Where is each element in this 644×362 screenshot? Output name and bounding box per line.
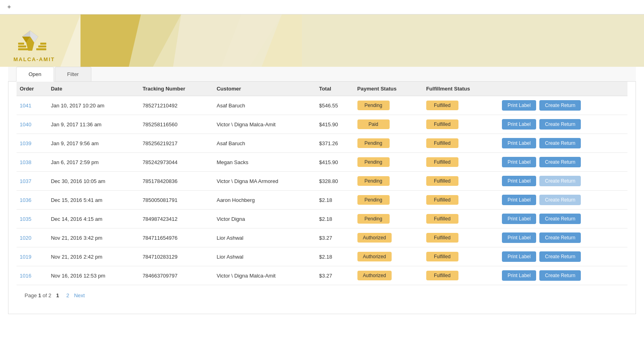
logo-svg — [18, 31, 50, 55]
svg-rect-8 — [18, 48, 28, 50]
cell-payment-status: Pending — [354, 191, 423, 210]
cell-payment-status: Pending — [354, 153, 423, 172]
table-row: 1040 Jan 9, 2017 11:36 am 785258116560 V… — [17, 115, 627, 134]
tab-open[interactable]: Open — [16, 67, 54, 82]
next-page-link[interactable]: Next — [74, 292, 85, 298]
cell-tracking: 784710283129 — [139, 247, 213, 266]
cell-tracking: 785258116560 — [139, 115, 213, 134]
cell-tracking: 785256219217 — [139, 134, 213, 153]
print-label-button[interactable]: Print Label — [502, 119, 536, 130]
svg-rect-9 — [40, 43, 46, 45]
cell-order-id: 1016 — [17, 266, 47, 285]
order-link[interactable]: 1035 — [20, 216, 31, 222]
cell-date: Jan 6, 2017 2:59 pm — [47, 153, 139, 172]
cell-date: Jan 9, 2017 9:56 am — [47, 134, 139, 153]
page-2-link[interactable]: 2 — [64, 292, 72, 299]
table-container: Order Date Tracking Number Customer Tota… — [8, 82, 636, 314]
cell-fulfillment-status: Fulfilled — [423, 228, 499, 247]
fulfillment-status-badge: Fulfilled — [426, 252, 458, 261]
fulfillment-status-badge: Fulfilled — [426, 176, 458, 186]
order-link[interactable]: 1039 — [20, 140, 31, 146]
cell-total: $2.18 — [316, 210, 354, 228]
cell-order-id: 1039 — [17, 134, 47, 153]
svg-rect-7 — [18, 45, 26, 47]
cell-actions: Print Label Create Return — [499, 153, 627, 172]
print-label-button[interactable]: Print Label — [502, 157, 536, 167]
app-title-bar: ✦ — [0, 0, 644, 14]
cell-total: $2.18 — [316, 191, 354, 210]
cell-customer: Victor \ Digna MA Armored — [213, 172, 316, 191]
order-link[interactable]: 1019 — [20, 254, 31, 260]
cell-payment-status: Authorized — [354, 247, 423, 266]
table-row: 1039 Jan 9, 2017 9:56 am 785256219217 As… — [17, 134, 627, 153]
cell-fulfillment-status: Fulfilled — [423, 247, 499, 266]
col-actions — [499, 82, 627, 96]
order-link[interactable]: 1037 — [20, 178, 31, 184]
puzzle-icon: ✦ — [6, 3, 12, 11]
content-area: Open Filter Order Date Tracking Number C… — [8, 67, 636, 314]
cell-order-id: 1020 — [17, 228, 47, 247]
order-link[interactable]: 1041 — [20, 103, 31, 109]
create-return-button[interactable]: Create Return — [539, 176, 581, 186]
col-tracking: Tracking Number — [139, 82, 213, 96]
cell-fulfillment-status: Fulfilled — [423, 210, 499, 228]
orders-tbody: 1041 Jan 10, 2017 10:20 am 785271210492 … — [17, 96, 627, 285]
table-header: Order Date Tracking Number Customer Tota… — [17, 82, 627, 96]
print-label-button[interactable]: Print Label — [502, 232, 536, 243]
pagination: Page 1 of 2 1 2 Next — [17, 285, 627, 306]
create-return-button[interactable]: Create Return — [539, 214, 581, 224]
create-return-button[interactable]: Create Return — [539, 195, 581, 205]
print-label-button[interactable]: Print Label — [502, 176, 536, 186]
order-link[interactable]: 1038 — [20, 159, 31, 165]
print-label-button[interactable]: Print Label — [502, 251, 536, 262]
create-return-button[interactable]: Create Return — [539, 232, 581, 243]
print-label-button[interactable]: Print Label — [502, 195, 536, 205]
cell-customer: Megan Sacks — [213, 153, 316, 172]
order-link[interactable]: 1040 — [20, 121, 31, 128]
page-label: Page 1 of 2 — [25, 292, 52, 298]
cell-actions: Print Label Create Return — [499, 191, 627, 210]
table-row: 1016 Nov 16, 2016 12:53 pm 784663709797 … — [17, 266, 627, 285]
payment-status-badge: Authorized — [357, 233, 392, 243]
order-link[interactable]: 1016 — [20, 273, 31, 279]
payment-status-badge: Paid — [357, 119, 390, 129]
fulfillment-status-badge: Fulfilled — [426, 271, 458, 280]
cell-tracking: 785178420836 — [139, 172, 213, 191]
fulfillment-status-badge: Fulfilled — [426, 233, 458, 243]
print-label-button[interactable]: Print Label — [502, 214, 536, 224]
fulfillment-status-badge: Fulfilled — [426, 101, 458, 110]
cell-customer: Aaron Hochberg — [213, 191, 316, 210]
cell-actions: Print Label Create Return — [499, 247, 627, 266]
hero-banner: MALCA-AMIT — [0, 14, 644, 67]
orders-table: Order Date Tracking Number Customer Tota… — [17, 82, 627, 285]
cell-total: $415.90 — [316, 115, 354, 134]
table-row: 1019 Nov 21, 2016 2:42 pm 784710283129 L… — [17, 247, 627, 266]
create-return-button[interactable]: Create Return — [539, 138, 581, 148]
create-return-button[interactable]: Create Return — [539, 270, 581, 281]
table-row: 1035 Dec 14, 2016 4:15 am 784987423412 V… — [17, 210, 627, 228]
cell-date: Nov 16, 2016 12:53 pm — [47, 266, 139, 285]
cell-actions: Print Label Create Return — [499, 96, 627, 115]
print-label-button[interactable]: Print Label — [502, 270, 536, 281]
create-return-button[interactable]: Create Return — [539, 251, 581, 262]
payment-status-badge: Pending — [357, 101, 390, 110]
create-return-button[interactable]: Create Return — [539, 119, 581, 130]
cell-fulfillment-status: Fulfilled — [423, 134, 499, 153]
print-label-button[interactable]: Print Label — [502, 100, 536, 111]
cell-payment-status: Pending — [354, 134, 423, 153]
cell-customer: Victor \ Digna Malca-Amit — [213, 115, 316, 134]
cell-order-id: 1041 — [17, 96, 47, 115]
table-row: 1036 Dec 15, 2016 5:41 am 785005081791 A… — [17, 191, 627, 210]
cell-total: $2.18 — [316, 247, 354, 266]
cell-actions: Print Label Create Return — [499, 115, 627, 134]
print-label-button[interactable]: Print Label — [502, 138, 536, 148]
payment-status-badge: Authorized — [357, 252, 392, 261]
svg-rect-5 — [302, 14, 644, 67]
order-link[interactable]: 1020 — [20, 235, 31, 241]
col-date: Date — [47, 82, 139, 96]
tab-filter[interactable]: Filter — [55, 67, 91, 81]
order-link[interactable]: 1036 — [20, 197, 31, 203]
create-return-button[interactable]: Create Return — [539, 157, 581, 167]
page-1-link[interactable]: 1 — [54, 292, 62, 299]
create-return-button[interactable]: Create Return — [539, 100, 581, 111]
